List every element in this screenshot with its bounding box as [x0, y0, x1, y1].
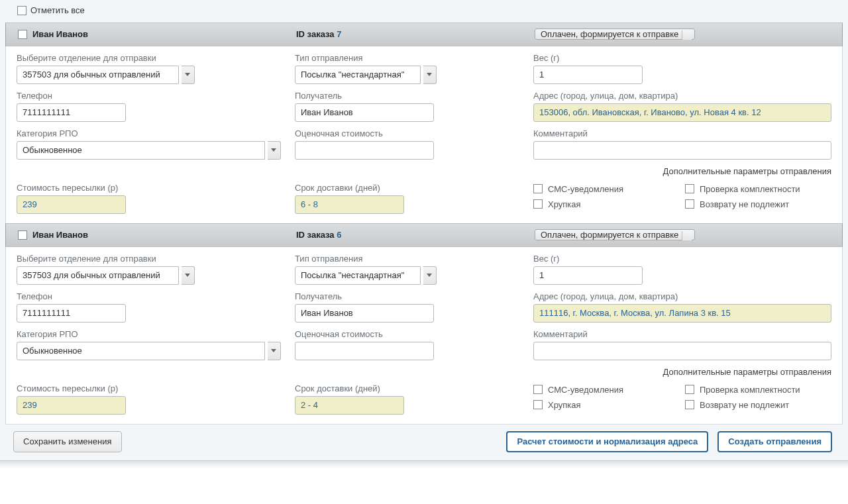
phone-input[interactable] — [17, 304, 126, 323]
order-select-checkbox[interactable] — [18, 30, 27, 39]
label-weight: Вес (г) — [533, 53, 822, 63]
chevron-down-icon — [182, 266, 195, 285]
order-customer: Иван Иванов — [32, 230, 88, 240]
order-header: Иван Иванов ID заказа 6 Оплачен, формиру… — [5, 223, 843, 247]
label-phone: Телефон — [17, 291, 286, 301]
order-select-checkbox[interactable] — [18, 230, 27, 240]
select-all-wrap[interactable]: Отметить все — [17, 5, 85, 15]
department-value: 357503 для обычных отправлений — [17, 266, 179, 285]
order-id-value: 6 — [337, 230, 341, 240]
label-ship-cost: Стоимость пересылки (р) — [17, 183, 286, 193]
chevron-down-icon — [423, 66, 437, 84]
address-field[interactable]: 153006, обл. Ивановская, г. Иваново, ул.… — [533, 103, 831, 122]
checkbox-icon — [533, 199, 543, 209]
department-value: 357503 для обычных отправлений — [17, 66, 179, 84]
label-sms: СМС-уведомления — [548, 184, 623, 194]
label-ship-cost: Стоимость пересылки (р) — [17, 383, 286, 393]
label-address: Адрес (город, улица, дом, квартира) — [533, 291, 831, 301]
label-est-value: Оценочная стоимость — [295, 128, 524, 138]
label-delivery: Срок доставки (дней) — [295, 183, 524, 193]
label-send-type: Тип отправления — [295, 254, 524, 264]
order-customer: Иван Иванов — [32, 29, 88, 39]
checkbox-icon — [533, 400, 543, 409]
scrollbar-track[interactable] — [0, 460, 848, 468]
label-complete: Проверка комплектности — [700, 184, 800, 194]
est-value-input[interactable] — [295, 342, 434, 360]
label-est-value: Оценочная стоимость — [295, 329, 524, 339]
checkbox-icon — [685, 184, 694, 193]
label-rpo: Категория РПО — [17, 128, 286, 138]
select-all-checkbox[interactable] — [17, 6, 26, 15]
checkbox-fragile[interactable]: Хрупкая — [533, 199, 680, 209]
checkbox-fragile[interactable]: Хрупкая — [533, 400, 680, 410]
create-button[interactable]: Создать отправления — [717, 431, 832, 452]
label-fragile: Хрупкая — [548, 199, 581, 209]
checkbox-icon — [685, 199, 694, 209]
label-phone: Телефон — [17, 91, 286, 101]
checkbox-noreturn[interactable]: Возврату не подлежит — [685, 400, 831, 410]
chevron-down-icon — [268, 342, 281, 360]
topbar: Отметить все — [5, 0, 843, 23]
address-field[interactable]: 111116, г. Москва, г. Москва, ул. Лапина… — [533, 304, 831, 323]
order-status-select[interactable]: Оплачен, формируется к отправке — [535, 27, 695, 42]
calc-button[interactable]: Расчет стоимости и нормализация адреса — [506, 431, 708, 452]
order-body: Выберите отделение для отправки 357503 д… — [5, 247, 843, 424]
chevron-down-icon — [268, 141, 281, 160]
order-id-label: ID заказа — [296, 29, 335, 39]
order-id-value: 7 — [337, 29, 341, 39]
label-send-type: Тип отправления — [295, 53, 524, 63]
checkbox-icon — [685, 385, 694, 394]
send-type-select[interactable]: Посылка "нестандартная" — [295, 66, 437, 84]
send-type-value: Посылка "нестандартная" — [295, 66, 421, 84]
rpo-value: Обыкновенное — [17, 342, 265, 360]
weight-input[interactable] — [533, 266, 643, 285]
send-type-value: Посылка "нестандартная" — [295, 266, 421, 285]
label-comment: Комментарий — [533, 329, 831, 339]
order-body: Выберите отделение для отправки 357503 д… — [5, 46, 843, 223]
label-rpo: Категория РПО — [17, 329, 286, 339]
save-button[interactable]: Сохранить изменения — [13, 431, 122, 452]
label-comment: Комментарий — [533, 128, 831, 138]
rpo-select[interactable]: Обыкновенное — [17, 342, 281, 360]
phone-input[interactable] — [17, 103, 126, 122]
label-department: Выберите отделение для отправки — [17, 53, 286, 63]
delivery-value: 6 - 8 — [295, 195, 404, 214]
comment-input[interactable] — [533, 141, 831, 160]
order-status-value: Оплачен, формируется к отправке — [535, 28, 695, 40]
chevron-down-icon — [684, 33, 690, 36]
recipient-input[interactable] — [295, 304, 434, 323]
recipient-input[interactable] — [295, 103, 434, 122]
ship-cost-value: 239 — [17, 195, 126, 214]
extras-title: Дополнительные параметры отправления — [533, 367, 831, 377]
label-recipient: Получатель — [295, 291, 524, 301]
weight-input[interactable] — [533, 66, 643, 84]
footer-bar: Сохранить изменения Расчет стоимости и н… — [5, 424, 843, 460]
send-type-select[interactable]: Посылка "нестандартная" — [295, 266, 437, 285]
extras-title: Дополнительные параметры отправления — [533, 166, 831, 176]
checkbox-icon — [533, 184, 543, 193]
chevron-down-icon — [182, 66, 195, 84]
label-address: Адрес (город, улица, дом, квартира) — [533, 91, 831, 101]
checkbox-sms[interactable]: СМС-уведомления — [533, 184, 680, 194]
select-all-label: Отметить все — [30, 5, 85, 15]
label-sms: СМС-уведомления — [548, 385, 623, 395]
label-noreturn: Возврату не подлежит — [700, 400, 789, 410]
checkbox-complete[interactable]: Проверка комплектности — [685, 184, 831, 194]
checkbox-complete[interactable]: Проверка комплектности — [685, 385, 831, 395]
comment-input[interactable] — [533, 342, 831, 360]
department-select[interactable]: 357503 для обычных отправлений — [17, 266, 195, 285]
checkbox-sms[interactable]: СМС-уведомления — [533, 385, 680, 395]
label-complete: Проверка комплектности — [700, 385, 800, 395]
checkbox-icon — [685, 400, 694, 409]
label-noreturn: Возврату не подлежит — [700, 199, 789, 209]
label-weight: Вес (г) — [533, 254, 822, 264]
order-status-value: Оплачен, формируется к отправке — [535, 229, 695, 240]
order-header: Иван Иванов ID заказа 7 Оплачен, формиру… — [5, 23, 843, 46]
order-id-label: ID заказа — [296, 230, 335, 240]
department-select[interactable]: 357503 для обычных отправлений — [17, 66, 195, 84]
est-value-input[interactable] — [295, 141, 434, 160]
checkbox-noreturn[interactable]: Возврату не подлежит — [685, 199, 831, 209]
rpo-select[interactable]: Обыкновенное — [17, 141, 281, 160]
ship-cost-value: 239 — [17, 396, 126, 415]
order-status-select[interactable]: Оплачен, формируется к отправке — [535, 228, 695, 242]
